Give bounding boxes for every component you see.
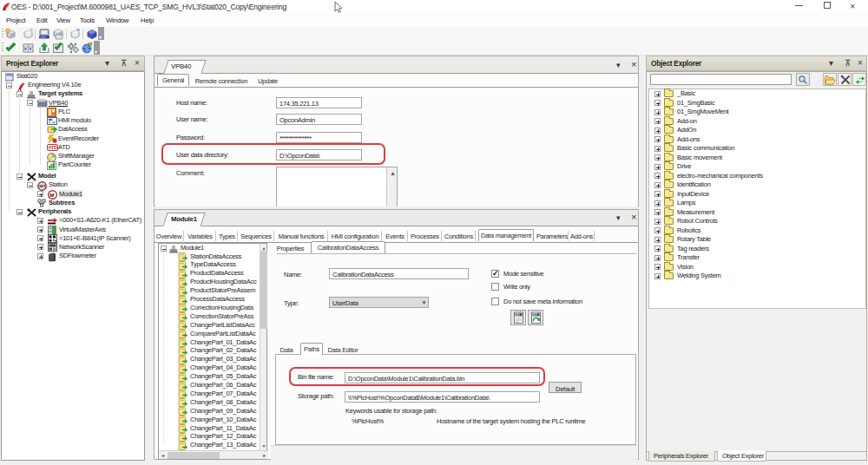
svg-text:SET: SET bbox=[39, 184, 46, 188]
svg-text:EDT: EDT bbox=[532, 313, 536, 317]
svg-text:ATD: ATD bbox=[49, 146, 57, 151]
svg-text:M: M bbox=[49, 193, 54, 198]
svg-text:DAT: DAT bbox=[515, 313, 519, 317]
